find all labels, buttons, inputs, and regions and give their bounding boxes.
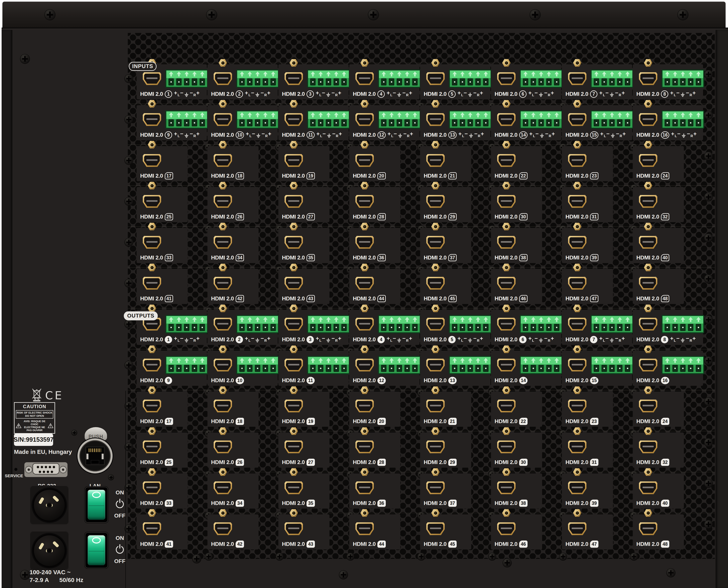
port-type-label: HDMI 2.0 (140, 459, 163, 465)
hdmi-port-input-20 (355, 154, 374, 167)
port-type-label: HDMI 2.0 (565, 132, 588, 138)
port-type-label: HDMI 2.0 (495, 459, 517, 465)
port-number-badge: 33 (165, 500, 173, 507)
output-port-label-41: HDMI 2.041 (140, 540, 173, 548)
audio-terminal-block-input-15 (590, 110, 633, 129)
power-switch-2-rocker[interactable] (88, 535, 105, 565)
port-type-label: HDMI 2.0 (495, 132, 517, 138)
audio-terminal-block-input-7 (590, 69, 633, 88)
screw (559, 553, 567, 561)
power-switch-1-rocker[interactable] (88, 490, 105, 520)
port-number-badge: 8 (661, 336, 668, 343)
output-port-label-33: HDMI 2.033 (140, 499, 173, 507)
port-type-label: HDMI 2.0 (282, 214, 305, 220)
screw (704, 233, 713, 242)
port-type-label: HDMI 2.0 (211, 214, 234, 220)
hdmi-port-input-2 (214, 72, 232, 85)
electric-shock-warning-icon (16, 422, 21, 429)
port-type-label: HDMI 2.0 (140, 541, 163, 547)
hdmi-port-input-16 (639, 113, 657, 126)
port-number-badge: 23 (590, 172, 598, 180)
ground-icon (610, 92, 614, 97)
audio-pinout-label: +L−−R+ (457, 336, 483, 343)
port-number-badge: 8 (661, 90, 668, 98)
port-number-badge: 32 (661, 459, 669, 466)
input-port-label-44: HDMI 2.044 (353, 295, 386, 302)
hdmi-port-output-32 (639, 441, 657, 453)
audio-pinout-label: +L−−R+ (174, 91, 200, 97)
port-number-badge: 46 (519, 295, 527, 302)
port-number-badge: 28 (377, 459, 386, 466)
input-port-label-12: HDMI 2.012+L−−R+ (353, 131, 413, 139)
hdmi-port-input-39 (568, 236, 586, 249)
hdmi-port-output-30 (497, 441, 516, 453)
port-number-badge: 7 (590, 90, 598, 98)
port-number-badge: 13 (448, 377, 457, 384)
audio-terminal-block-input-4 (378, 69, 421, 88)
input-port-label-36: HDMI 2.036 (353, 254, 386, 261)
input-port-label-27: HDMI 2.027 (282, 213, 315, 220)
port-type-label: HDMI 2.0 (636, 541, 659, 547)
port-number-badge: 11 (307, 131, 314, 139)
hdmi-port-output-45 (426, 522, 445, 535)
port-number-badge: 34 (236, 254, 244, 261)
port-number-badge: 18 (236, 172, 244, 180)
output-port-label-24: HDMI 2.024 (636, 418, 669, 425)
power-switch-1[interactable] (85, 487, 108, 523)
port-number-badge: 24 (661, 418, 669, 425)
port-number-badge: 3 (307, 90, 314, 98)
port-number-badge: 9 (165, 131, 172, 139)
port-type-label: HDMI 2.0 (353, 418, 376, 424)
audio-terminal-block-input-8 (662, 69, 704, 88)
port-type-label: HDMI 2.0 (211, 336, 234, 343)
port-number-badge: 45 (448, 295, 457, 302)
input-port-label-6: HDMI 2.06+L−−R+ (495, 90, 554, 98)
hdmi-port-output-40 (639, 481, 657, 494)
audio-pinout-label: +L−−R+ (245, 336, 270, 343)
output-port-label-38: HDMI 2.038 (495, 499, 527, 507)
output-port-label-21: HDMI 2.021 (424, 418, 457, 425)
hdmi-port-output-42 (214, 522, 232, 535)
frequency-rating: 50/60 Hz (59, 576, 83, 583)
input-port-label-41: HDMI 2.041 (140, 295, 173, 302)
power-switch-2[interactable] (85, 532, 108, 568)
audio-pinout-label: +L−−R+ (458, 132, 484, 138)
port-number-badge: 19 (307, 172, 315, 180)
port-number-badge: 14 (519, 131, 527, 139)
audio-terminal-block-output-12 (378, 356, 421, 374)
port-number-badge: 26 (236, 213, 244, 220)
port-number-badge: 37 (448, 500, 457, 507)
hdmi-port-output-17 (143, 400, 161, 412)
port-number-badge: 46 (519, 541, 527, 548)
output-port-label-28: HDMI 2.028 (353, 459, 386, 466)
port-number-badge: 24 (661, 172, 669, 180)
service-button-hole[interactable] (14, 468, 17, 471)
output-port-label-22: HDMI 2.022 (495, 418, 527, 425)
port-number-badge: 29 (448, 213, 457, 220)
output-port-label-13: HDMI 2.013 (424, 377, 457, 384)
screw (339, 570, 348, 580)
port-type-label: HDMI 2.0 (565, 541, 588, 547)
hdmi-port-input-22 (497, 154, 516, 167)
hdmi-port-output-18 (214, 400, 232, 412)
port-type-label: HDMI 2.0 (424, 541, 446, 547)
port-number-badge: 36 (377, 254, 386, 261)
audio-terminal-block-output-14 (520, 356, 562, 374)
port-number-badge: 5 (448, 336, 456, 343)
port-number-badge: 29 (448, 459, 457, 466)
audio-pinout-label: +L−−R+ (528, 336, 554, 343)
audio-terminal-block-output-8 (662, 315, 704, 333)
audio-pinout-label: +L−−R+ (387, 336, 412, 343)
vent-rod (128, 185, 715, 186)
output-port-label-5: HDMI 2.05+L−−R+ (424, 336, 483, 343)
hdmi-port-output-38 (497, 481, 516, 494)
port-type-label: HDMI 2.0 (495, 336, 517, 343)
port-number-badge: 6 (519, 336, 526, 343)
ground-icon (326, 92, 330, 97)
port-type-label: HDMI 2.0 (211, 459, 234, 465)
audio-pinout-label: +L−−R+ (387, 91, 412, 97)
input-port-label-46: HDMI 2.046 (495, 295, 527, 302)
audio-terminal-block-output-16 (662, 356, 704, 374)
port-type-label: HDMI 2.0 (353, 541, 376, 547)
input-port-label-7: HDMI 2.07+L−−R+ (565, 90, 625, 98)
